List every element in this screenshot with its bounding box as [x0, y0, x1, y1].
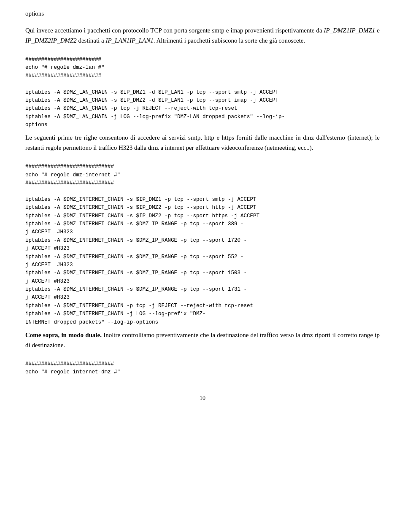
bold-intro: Come sopra, in modo duale.	[25, 332, 102, 338]
page-content: options Qui invece accettiamo i pacchett…	[25, 8, 380, 402]
continuation-text: options	[25, 8, 380, 19]
intro-paragraph: Qui invece accettiamo i pacchetti con pr…	[25, 25, 380, 46]
code-block-dmz-internet: ############################ echo "# reg…	[25, 163, 380, 327]
page-number: 10	[25, 394, 380, 402]
code-block-dmz-lan: ######################## echo "# regole …	[25, 56, 380, 129]
description-paragraph: Le seguenti prime tre righe consentono d…	[25, 132, 380, 153]
summary-paragraph: Come sopra, in modo duale. Inoltre contr…	[25, 330, 380, 350]
options-text: options	[25, 10, 44, 17]
code-block-internet-dmz: ############################ echo "# reg…	[25, 360, 380, 377]
